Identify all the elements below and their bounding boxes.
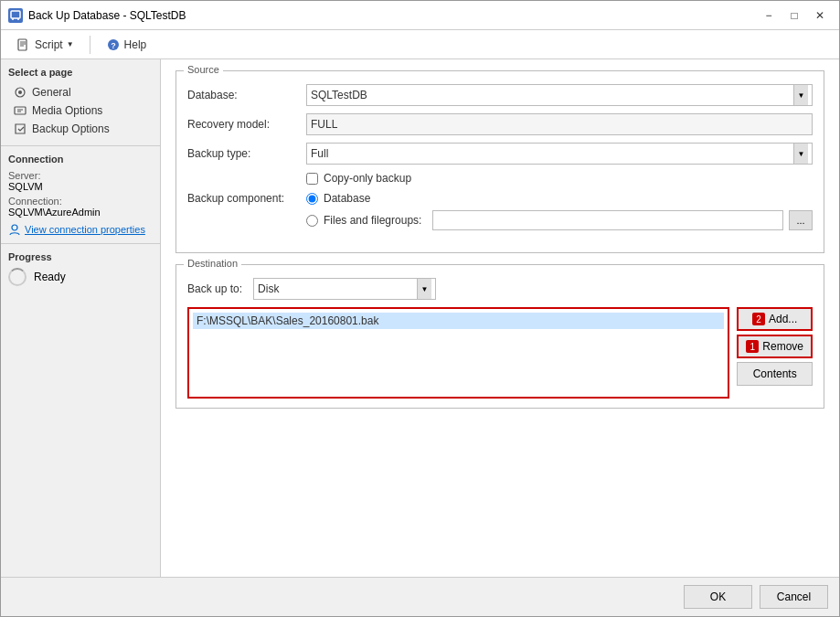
svg-rect-0 (11, 11, 20, 18)
view-connection-link[interactable]: View connection properties (8, 223, 153, 236)
database-label: Database: (187, 89, 306, 101)
svg-point-5 (18, 90, 22, 94)
files-input[interactable] (432, 210, 783, 230)
backup-type-label: Backup type: (187, 147, 306, 160)
back-up-to-value: Disk (258, 282, 279, 295)
backup-type-value: Full (311, 147, 328, 160)
page-select-section: Select a page General Media Options (1, 59, 160, 146)
recovery-model-value: FULL (306, 113, 813, 135)
add-btn-number: 2 (752, 313, 765, 325)
files-radio-input[interactable] (306, 215, 318, 227)
sidebar-item-media-options[interactable]: Media Options (8, 101, 153, 120)
window-controls: − □ ✕ (757, 6, 832, 25)
svg-text:?: ? (111, 41, 116, 50)
window-title: Back Up Database - SQLTestDB (28, 9, 186, 22)
script-button[interactable]: Script ▼ (8, 34, 82, 56)
recovery-model-row: Recovery model: FULL (187, 113, 813, 135)
source-group: Source Database: SQLTestDB ▼ Recovery mo… (175, 70, 824, 253)
back-up-to-row: Back up to: Disk ▼ (187, 278, 813, 300)
database-radio-input[interactable] (306, 193, 318, 205)
backup-component-label: Backup component: (187, 192, 306, 205)
file-list-area: F:\MSSQL\BAK\Sales_20160801.bak 2 Add...… (187, 307, 813, 399)
sidebar-section-title: Select a page (8, 67, 153, 78)
progress-title: Progress (8, 251, 153, 262)
sidebar-media-label: Media Options (32, 104, 102, 117)
connection-section: Connection Server: SQLVM Connection: SQL… (1, 146, 160, 244)
progress-status: Ready (34, 271, 66, 283)
contents-btn-label: Contents (753, 367, 797, 380)
connection-value: SQLVM\AzureAdmin (8, 207, 153, 218)
add-btn-label: Add... (769, 313, 797, 325)
destination-group-content: Back up to: Disk ▼ F:\MSSQL\BAK\Sales_20… (176, 265, 824, 408)
sidebar-backup-label: Backup Options (32, 122, 110, 135)
progress-row: Ready (8, 268, 153, 286)
view-connection-label: View connection properties (25, 224, 145, 235)
back-up-to-label: Back up to: (187, 282, 242, 295)
database-select[interactable]: SQLTestDB ▼ (306, 84, 813, 106)
browse-button[interactable]: ... (789, 210, 813, 230)
copy-only-row: Copy-only backup (306, 172, 813, 185)
progress-spinner (8, 268, 27, 286)
title-bar: Back Up Database - SQLTestDB − □ ✕ (1, 1, 839, 30)
script-icon (16, 37, 31, 52)
remove-button[interactable]: 1 Remove (737, 335, 813, 358)
sidebar-general-label: General (32, 86, 71, 99)
source-group-title: Source (184, 64, 223, 75)
sidebar: Select a page General Media Options (1, 59, 161, 577)
progress-section: Progress Ready (1, 244, 160, 293)
sidebar-item-backup-options[interactable]: Backup Options (8, 120, 153, 138)
main-content: Select a page General Media Options (1, 59, 839, 577)
remove-btn-number: 1 (746, 340, 759, 353)
help-icon: ? (106, 37, 121, 52)
server-label: Server: (8, 170, 153, 181)
title-bar-left: Back Up Database - SQLTestDB (8, 8, 186, 23)
maximize-button[interactable]: □ (782, 6, 806, 25)
backup-type-row: Backup type: Full ▼ (187, 143, 813, 165)
file-list-box: F:\MSSQL\BAK\Sales_20160801.bak (187, 307, 729, 399)
script-dropdown-icon: ▼ (67, 40, 74, 48)
script-label: Script (35, 38, 63, 51)
destination-group-title: Destination (184, 258, 241, 269)
media-options-icon (14, 104, 27, 117)
server-row: Server: SQLVM (8, 170, 153, 192)
svg-point-7 (12, 225, 17, 230)
action-buttons: 2 Add... 1 Remove Contents (737, 307, 813, 399)
toolbar: Script ▼ ? Help (1, 30, 839, 59)
toolbar-separator (90, 36, 90, 54)
database-radio-label[interactable]: Database (324, 192, 370, 205)
file-item[interactable]: F:\MSSQL\BAK\Sales_20160801.bak (193, 313, 724, 329)
footer: OK Cancel (1, 577, 839, 616)
source-group-content: Database: SQLTestDB ▼ Recovery model: FU… (176, 71, 824, 252)
backup-type-arrow: ▼ (793, 144, 808, 164)
backup-type-select[interactable]: Full ▼ (306, 143, 813, 165)
files-radio-label[interactable]: Files and filegroups: (324, 214, 421, 227)
svg-rect-6 (15, 107, 26, 114)
close-button[interactable]: ✕ (808, 6, 832, 25)
back-up-to-arrow: ▼ (417, 279, 431, 299)
back-up-to-select[interactable]: Disk ▼ (253, 278, 436, 300)
help-button[interactable]: ? Help (98, 34, 155, 56)
recovery-model-label: Recovery model: (187, 118, 306, 131)
database-radio-row: Database (306, 192, 813, 205)
contents-button[interactable]: Contents (737, 362, 813, 386)
general-icon (14, 86, 27, 99)
svg-rect-1 (18, 39, 27, 50)
database-row: Database: SQLTestDB ▼ (187, 84, 813, 106)
files-radio-row: Files and filegroups: ... (306, 210, 813, 230)
add-button[interactable]: 2 Add... (737, 307, 813, 331)
radio-group: Database Files and filegroups: ... (306, 192, 813, 236)
app-icon (8, 8, 23, 23)
connection-label: Connection: (8, 196, 153, 207)
connection-row: Connection: SQLVM\AzureAdmin (8, 196, 153, 218)
minimize-button[interactable]: − (757, 6, 781, 25)
backup-component-row: Backup component: Database Files and fil… (187, 192, 813, 236)
sidebar-item-general[interactable]: General (8, 83, 153, 101)
server-value: SQLVM (8, 181, 153, 192)
copy-only-label[interactable]: Copy-only backup (324, 172, 411, 185)
ok-button[interactable]: OK (684, 585, 752, 609)
remove-btn-label: Remove (762, 340, 803, 353)
content-area: Source Database: SQLTestDB ▼ Recovery mo… (161, 59, 839, 577)
cancel-button[interactable]: Cancel (760, 585, 828, 609)
copy-only-checkbox[interactable] (306, 173, 318, 185)
destination-group: Destination Back up to: Disk ▼ F:\MSSQL\… (175, 264, 824, 409)
